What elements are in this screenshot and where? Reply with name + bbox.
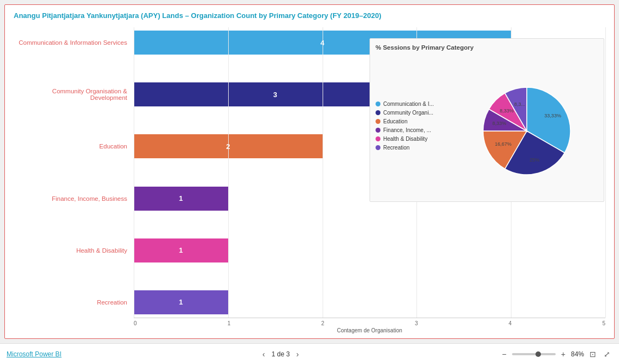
bar-label: Health & Disability xyxy=(14,247,134,254)
bar-row: Health & Disability1 xyxy=(14,235,605,266)
chart-container: Anangu Pitjantjatjara Yankunytjatjara (A… xyxy=(4,4,615,339)
legend-color-dot xyxy=(376,119,380,124)
legend-label: Communication & I... xyxy=(383,101,434,107)
bar-label: Finance, Income, Business xyxy=(14,195,134,202)
zoom-area: − + 84% ⊡ ⤢ xyxy=(500,349,612,360)
axis-tick-label: 3 xyxy=(415,320,418,326)
grid-line xyxy=(134,27,134,318)
legend-label: Education xyxy=(383,118,407,124)
legend-color-dot xyxy=(376,128,380,133)
axis-tick-label: 5 xyxy=(602,320,605,326)
axis-tick-label: 1 xyxy=(228,320,231,326)
legend-label: Recreation xyxy=(383,145,409,151)
chart-body: Communication & Information Services4Com… xyxy=(14,27,605,333)
bar-label: Community Organisation & Development xyxy=(14,88,134,101)
main-container: Anangu Pitjantjatjara Yankunytjatjara (A… xyxy=(0,0,619,343)
pie-legend: Communication & I...Community Organi...E… xyxy=(376,101,455,151)
axis-tick-label: 2 xyxy=(321,320,324,326)
zoom-slider-thumb xyxy=(535,351,541,357)
bottom-bar: Microsoft Power BI ‹ 1 de 3 › − + 84% ⊡ … xyxy=(0,343,619,364)
axis-tick-label: 0 xyxy=(134,320,137,326)
zoom-plus-button[interactable]: + xyxy=(559,349,568,360)
pie-svg: 33,33%25%16,67%8,33%8,33%8,3... xyxy=(472,71,581,180)
axis-tick-label: 4 xyxy=(509,320,512,326)
axis-title: Contagem de Organisation xyxy=(134,327,605,333)
next-page-button[interactable]: › xyxy=(294,349,301,360)
legend-item: Health & Disability xyxy=(376,136,455,142)
page-info: 1 de 3 xyxy=(271,350,289,358)
grid-line xyxy=(323,27,323,318)
legend-color-dot xyxy=(376,136,380,141)
expand-button[interactable]: ⤢ xyxy=(602,349,612,360)
axis-labels: 012345 xyxy=(134,318,605,326)
bar-label: Recreation xyxy=(14,299,134,306)
legend-color-dot xyxy=(376,145,380,150)
chart-title: Anangu Pitjantjatjara Yankunytjatjara (A… xyxy=(14,11,605,20)
pie-pct-label: 16,67% xyxy=(495,141,511,147)
pie-pct-label: 25% xyxy=(529,157,539,163)
legend-label: Health & Disability xyxy=(383,136,427,142)
bar-track: 1 xyxy=(134,290,605,314)
legend-item: Community Organi... xyxy=(376,110,455,116)
pie-svg-area: 33,33%25%16,67%8,33%8,33%8,3... xyxy=(455,71,598,180)
prev-page-button[interactable]: ‹ xyxy=(260,349,267,360)
bar-label: Education xyxy=(14,143,134,150)
axis-area: 012345Contagem de Organisation xyxy=(134,318,605,333)
grid-line xyxy=(605,27,606,318)
bar-label: Communication & Information Services xyxy=(14,39,134,46)
pie-chart-overlay: % Sessions by Primary Category Communica… xyxy=(370,38,604,202)
pagination-area: ‹ 1 de 3 › xyxy=(260,349,301,360)
pie-pct-label: 8,3... xyxy=(514,102,525,107)
legend-label: Finance, Income, ... xyxy=(383,127,431,133)
pie-pct-label: 33,33% xyxy=(544,113,561,118)
legend-item: Finance, Income, ... xyxy=(376,127,455,133)
fit-page-button[interactable]: ⊡ xyxy=(587,349,598,360)
bar-fill[interactable]: 1 xyxy=(134,187,228,211)
zoom-minus-button[interactable]: − xyxy=(500,349,509,360)
pie-title: % Sessions by Primary Category xyxy=(376,44,598,51)
bar-track: 1 xyxy=(134,238,605,262)
pie-pct-label: 8,33% xyxy=(499,108,514,114)
legend-color-dot xyxy=(376,110,380,115)
powerbi-link[interactable]: Microsoft Power BI xyxy=(7,350,62,358)
bar-fill[interactable]: 1 xyxy=(134,238,228,262)
legend-item: Education xyxy=(376,118,455,124)
pie-pct-label: 8,33% xyxy=(492,121,507,126)
legend-item: Recreation xyxy=(376,145,455,151)
grid-line xyxy=(228,27,229,318)
legend-color-dot xyxy=(376,102,380,106)
zoom-slider[interactable] xyxy=(512,353,556,355)
legend-label: Community Organi... xyxy=(383,110,433,116)
bar-fill[interactable]: 1 xyxy=(134,290,228,314)
bar-fill[interactable]: 2 xyxy=(134,134,323,158)
legend-item: Communication & I... xyxy=(376,101,455,107)
pie-content: Communication & I...Community Organi...E… xyxy=(376,55,598,196)
zoom-level: 84% xyxy=(571,350,584,358)
bar-row: Recreation1 xyxy=(14,287,605,318)
